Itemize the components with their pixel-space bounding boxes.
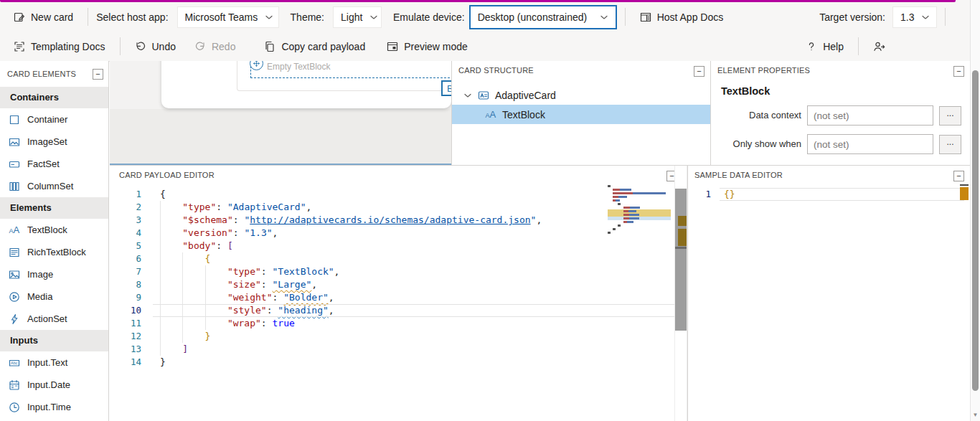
code-line[interactable]: 13 ] [110,343,687,356]
help-button[interactable]: Help [799,35,850,58]
page-scrollbar[interactable]: ▼ [970,0,980,421]
minimap[interactable] [608,184,671,235]
payload-code-editor[interactable]: 1{2 "type": "AdaptiveCard",3 "$schema": … [110,188,687,369]
code-token: "$schema" [182,214,232,225]
sign-in-button[interactable] [867,35,892,58]
factset-icon [9,159,20,170]
code-line[interactable]: 14} [110,356,687,369]
palette-item-columnset[interactable]: ColumnSet [0,175,108,197]
palette-item-label: Media [27,291,52,302]
line-number: 6 [110,252,141,265]
code-line[interactable]: 9 "weight": "Bolder", [110,291,687,304]
host-app-select[interactable]: Microsoft Teams [177,6,279,28]
palette-item-imageset[interactable]: ImageSet [0,131,108,153]
tree-item-adaptivecard[interactable]: AdaptiveCard [452,85,710,105]
sample-code-editor[interactable]: 1{} [688,188,970,201]
redo-button[interactable]: Redo [188,35,242,58]
collapse-panel-button[interactable]: − [93,69,103,80]
toolbar: New card Select host app: Microsoft Team… [0,0,970,62]
only-show-when-input[interactable] [807,134,933,154]
data-context-input[interactable] [807,105,933,126]
card-preview[interactable]: Empty TextBlock Bind... [161,61,451,108]
editor-scrollbar-thumb[interactable] [675,189,687,331]
card-structure-panel: CARD STRUCTURE − AdaptiveCard AA TextBlo… [451,61,710,165]
code-token [182,304,204,317]
palette-item-input-text[interactable]: AbcInput.Text [0,351,108,374]
minimap-line [608,231,671,235]
data-context-more-button[interactable]: ... [939,106,961,126]
collapse-panel-button[interactable]: − [694,66,705,77]
preview-mode-button[interactable]: Preview mode [380,35,474,58]
code-line[interactable]: 11 "wrap": true [110,317,687,330]
element-properties-title: ELEMENT PROPERTIES [717,66,810,75]
bind-button[interactable]: Bind... [441,80,451,96]
only-show-when-more-button[interactable]: ... [939,135,961,154]
toolbar-divider [858,37,859,55]
design-surface[interactable]: Empty TextBlock Bind... [110,61,451,165]
palette-item-input-date[interactable]: Input.Date [0,374,108,396]
emulate-device-value: Desktop (unconstrained) [478,11,588,23]
code-line[interactable]: 6 { [110,252,687,265]
card-structure-title: CARD STRUCTURE [458,66,534,75]
code-line[interactable]: 1{} [688,188,970,201]
code-line[interactable]: 8 "size": "Large", [110,278,687,291]
code-line[interactable]: 3 "$schema": "http://adaptivecards.io/sc… [110,214,687,227]
code-token: "AdaptiveCard" [227,202,306,212]
palette-item-actionset[interactable]: ActionSet [0,308,108,330]
undo-button[interactable]: Undo [128,35,182,58]
code-line[interactable]: 1{ [110,188,687,201]
toolbar-row-1: New card Select host app: Microsoft Team… [0,2,970,32]
textblock-icon: AA [9,224,20,236]
templating-docs-button[interactable]: Templating Docs [7,35,112,58]
palette-item-label: TextBlock [27,224,67,235]
select-host-app-label: Select host app: [96,11,168,23]
collapse-panel-button[interactable]: − [953,171,964,181]
palette-item-label: Container [27,114,67,125]
palette-item-textblock[interactable]: AATextBlock [0,219,108,241]
target-version-select[interactable]: 1.3 [892,6,937,28]
code-line[interactable]: 10 "style": "heading", [110,304,687,317]
line-number: 11 [110,317,141,330]
palette-item-image[interactable]: Image [0,263,108,285]
code-token [182,278,204,291]
copy-card-payload-button[interactable]: Copy card payload [258,35,372,58]
target-version-value: 1.3 [900,11,914,23]
tree-item-textblock[interactable]: AA TextBlock [452,105,710,124]
code-token: : [216,202,227,212]
code-line[interactable]: 2 "type": "AdaptiveCard", [110,201,687,214]
palette-item-factset[interactable]: FactSet [0,153,108,175]
code-line[interactable]: 7 "type": "TextBlock", [110,265,687,278]
host-app-docs-button[interactable]: Host App Docs [633,6,730,29]
only-show-when-label: Only show when [727,138,801,150]
code-token: true [273,318,295,328]
code-token [182,265,204,278]
palette-item-media[interactable]: Media [0,285,108,308]
palette-item-richtextblock[interactable]: RichTextBlock [0,241,108,263]
selected-element-heading: TextBlock [721,85,970,97]
sidebar-section-elements: Elements [0,197,108,219]
adaptive-card-icon [478,90,489,101]
toolbar-divider [120,37,121,55]
code-line[interactable]: 4 "version": "1.3", [110,227,687,240]
theme-select[interactable]: Light [333,6,382,28]
new-card-button[interactable]: New card [7,6,80,29]
code-token [205,304,227,317]
page-scrollbar-thumb[interactable] [972,70,979,391]
code-token [205,317,227,330]
line-number: 10 [110,304,141,317]
code-token: "TextBlock" [273,266,334,277]
code-token: "Bolder" [283,292,329,303]
code-line[interactable]: 5 "body": [ [110,240,687,252]
warning-mark [678,216,687,226]
emulate-device-label: Emulate device: [393,11,465,23]
palette-item-container[interactable]: Container [0,108,108,131]
code-line[interactable]: 12 } [110,330,687,343]
columnset-icon [9,181,20,192]
palette-item-label: ActionSet [27,313,67,324]
collapse-panel-button[interactable]: − [953,66,964,77]
scroll-down-arrow-icon[interactable]: ▼ [971,412,980,418]
code-token: "Large" [273,279,312,290]
emulate-device-select[interactable]: Desktop (unconstrained) [469,5,617,29]
palette-item-input-time[interactable]: Input.Time [0,396,108,418]
line-number: 9 [110,291,141,304]
